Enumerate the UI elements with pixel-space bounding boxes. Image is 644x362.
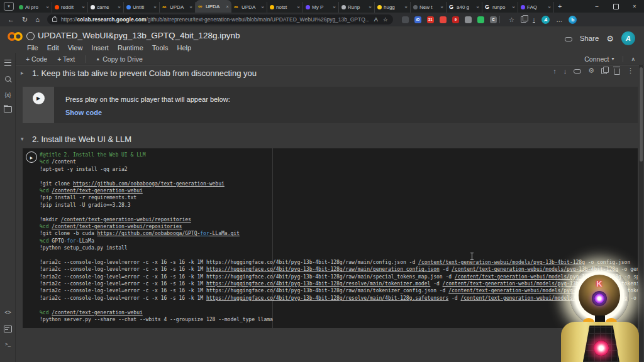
screenshot-extension-icon[interactable] bbox=[402, 16, 409, 23]
menu-edit[interactable]: Edit bbox=[47, 44, 59, 52]
notifications-extension-icon[interactable]: 9 bbox=[452, 16, 459, 23]
id-extension-icon[interactable]: iD bbox=[414, 16, 421, 23]
tab-close-button[interactable]: × bbox=[548, 4, 551, 10]
connect-button[interactable]: Connect ▾ bbox=[584, 55, 614, 63]
run-code-cell-button[interactable]: ▶ bbox=[26, 151, 37, 163]
code-line[interactable] bbox=[40, 209, 638, 216]
code-line[interactable]: !aria2c --console-log-level=error -c -x … bbox=[40, 273, 638, 280]
browser-tab[interactable]: FAQ× bbox=[518, 2, 554, 13]
menu-insert[interactable]: Insert bbox=[91, 44, 109, 52]
code-line[interactable]: !pip install -r requirements.txt bbox=[40, 194, 638, 201]
browser-tab[interactable]: Ga40 g× bbox=[447, 2, 482, 13]
variables-icon[interactable]: {x} bbox=[0, 92, 16, 98]
notebook-title[interactable]: UPDATED_WebUI&pyg_13b_GPTQ_4bit_128g.ipy… bbox=[38, 31, 240, 40]
history-extension-icon[interactable]: C bbox=[490, 16, 497, 23]
home-button[interactable]: ⌂ bbox=[35, 16, 40, 23]
move-cell-down-button[interactable]: ↓ bbox=[564, 67, 567, 75]
code-line[interactable]: %cd /content bbox=[40, 158, 638, 165]
code-line[interactable]: !git clone -b cuda https://github.com/oo… bbox=[40, 230, 638, 237]
code-line[interactable]: !aria2c --console-log-level=error -c -x … bbox=[40, 280, 638, 287]
scrollbar-thumb[interactable] bbox=[640, 67, 643, 162]
tab-close-button[interactable]: × bbox=[333, 4, 336, 10]
code-line[interactable]: !mkdir /content/text-generation-webui/re… bbox=[40, 216, 638, 223]
table-of-contents-icon[interactable] bbox=[0, 60, 16, 67]
browser-tab[interactable]: reddit× bbox=[52, 2, 88, 13]
section-heading-1[interactable]: ▸ 1. Keep this tab alive to prevent Cola… bbox=[16, 65, 644, 80]
code-line[interactable]: !git clone https://github.com/oobabooga/… bbox=[40, 180, 638, 187]
tab-close-button[interactable]: × bbox=[153, 4, 157, 10]
maximize-button[interactable] bbox=[606, 0, 625, 13]
tab-close-button[interactable]: × bbox=[226, 4, 229, 9]
tab-close-button[interactable]: × bbox=[118, 4, 121, 10]
add-text-button[interactable]: + Text bbox=[57, 55, 75, 63]
url-text[interactable]: https://colab.research.google.com/github… bbox=[61, 16, 369, 23]
code-line[interactable]: !aria2c --console-log-level=error -c -x … bbox=[40, 266, 638, 273]
close-button[interactable]: × bbox=[625, 0, 644, 13]
camera-extension-icon[interactable] bbox=[465, 16, 472, 23]
copy-link-icon[interactable] bbox=[574, 69, 581, 74]
run-cell-button[interactable]: ▶ bbox=[33, 92, 45, 104]
more-actions-icon[interactable]: ⋮ bbox=[627, 67, 634, 75]
minimize-button[interactable]: – bbox=[587, 0, 606, 13]
tab-close-button[interactable]: × bbox=[369, 4, 372, 10]
menu-file[interactable]: File bbox=[27, 44, 38, 52]
browser-tab[interactable]: hugg× bbox=[375, 2, 411, 13]
section-heading-2[interactable]: ▾ 2. Install the Web UI & LLM bbox=[16, 132, 644, 146]
code-line[interactable]: %cd GPTQ-for-LLaMa bbox=[40, 238, 638, 244]
command-palette-icon[interactable] bbox=[0, 326, 16, 334]
tab-close-button[interactable]: × bbox=[189, 4, 192, 10]
browser-tab[interactable]: New t× bbox=[411, 2, 447, 13]
collections-button[interactable] bbox=[521, 16, 526, 23]
install-code-cell[interactable]: ▶ #@title 2. Install the Web UI & LLM%cd… bbox=[23, 148, 638, 328]
code-line[interactable]: !python server.py --share --chat --wbits… bbox=[40, 316, 638, 323]
code-line[interactable]: !aria2c --console-log-level=error -c -x … bbox=[40, 259, 638, 266]
collapse-sections-button[interactable]: ∧ bbox=[623, 56, 635, 62]
move-cell-up-button[interactable]: ↑ bbox=[553, 67, 557, 75]
menu-view[interactable]: View bbox=[68, 44, 83, 52]
code-line[interactable]: !apt-get -y install -qq aria2 bbox=[40, 166, 638, 173]
code-line[interactable] bbox=[40, 251, 638, 258]
address-bar[interactable]: https://colab.research.google.com/github… bbox=[47, 14, 393, 25]
more-menu-button[interactable]: … bbox=[556, 16, 562, 23]
drop-extension-icon[interactable] bbox=[440, 16, 447, 23]
settings-gear-icon[interactable]: ⚙ bbox=[606, 34, 614, 43]
tab-close-button[interactable]: × bbox=[46, 4, 49, 10]
code-line[interactable]: !python setup_cuda.py install bbox=[40, 244, 638, 251]
code-line[interactable]: !pip install -U gradio==3.28.3 bbox=[40, 202, 638, 209]
browser-profile-avatar[interactable]: A bbox=[541, 16, 550, 24]
share-button[interactable]: Share bbox=[580, 35, 599, 42]
code-line[interactable]: %cd /content/text-generation-webui/repos… bbox=[40, 223, 638, 230]
code-line[interactable]: #@title 2. Install the Web UI & LLM bbox=[40, 151, 638, 158]
code-line[interactable]: %cd /content/text-generation-webui bbox=[40, 309, 638, 316]
back-button[interactable]: ← bbox=[8, 16, 14, 23]
tab-close-button[interactable]: × bbox=[440, 4, 443, 10]
tab-search-button[interactable]: ▾ bbox=[4, 2, 14, 11]
terminal-icon[interactable]: >_ bbox=[0, 341, 16, 347]
browser-tab[interactable]: notst× bbox=[267, 2, 303, 13]
calendar-extension-icon[interactable]: 31 bbox=[427, 16, 434, 23]
menu-runtime[interactable]: Runtime bbox=[118, 44, 143, 52]
code-line[interactable] bbox=[40, 173, 638, 180]
browser-tab[interactable]: Grunpo× bbox=[482, 2, 518, 13]
code-line[interactable]: !aria2c --console-log-level=error -c -x … bbox=[40, 295, 638, 302]
favorite-star-icon[interactable]: ☆ bbox=[383, 16, 388, 23]
browser-tab[interactable]: Ai pro× bbox=[16, 2, 52, 13]
browser-tab[interactable]: Runp× bbox=[339, 2, 375, 13]
copy-to-drive-button[interactable]: ▲ Copy to Drive bbox=[96, 55, 143, 63]
collapse-arrow-icon[interactable]: ▸ bbox=[21, 70, 27, 76]
browser-tab[interactable]: ∞UPDA× bbox=[231, 2, 267, 13]
menu-help[interactable]: Help bbox=[177, 44, 192, 52]
favorites-add-button[interactable]: ☆ bbox=[509, 16, 514, 23]
evernote-extension-icon[interactable] bbox=[477, 16, 484, 23]
browser-tab[interactable]: ∞UPDA× bbox=[160, 2, 196, 13]
bing-icon[interactable]: b bbox=[569, 16, 577, 24]
tab-close-button[interactable]: × bbox=[404, 4, 408, 10]
copy-cell-icon[interactable] bbox=[601, 68, 607, 74]
browser-tab[interactable]: ∞UPDA× bbox=[196, 0, 231, 13]
code-snippets-icon[interactable]: <> bbox=[0, 309, 16, 315]
tab-close-button[interactable]: × bbox=[297, 4, 300, 10]
expand-arrow-icon[interactable]: ▾ bbox=[21, 136, 27, 142]
browser-tab[interactable]: My P× bbox=[303, 2, 339, 13]
delete-cell-icon[interactable] bbox=[614, 69, 620, 75]
menu-tools[interactable]: Tools bbox=[152, 44, 169, 52]
